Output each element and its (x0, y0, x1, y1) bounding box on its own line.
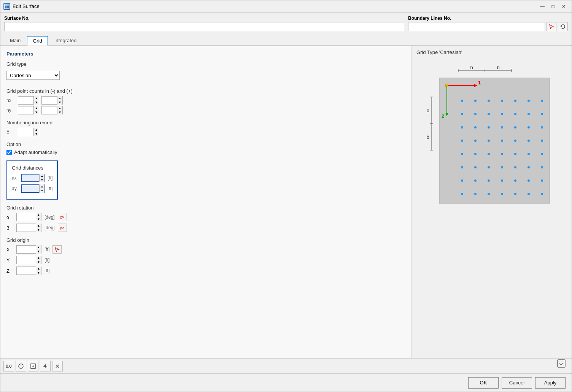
z-spinbox: 10.00 ▲ ▼ (16, 267, 41, 275)
y-input[interactable]: 0.00 (17, 256, 36, 264)
nx-minus-input[interactable]: 0 (18, 97, 33, 104)
svg-point-70 (501, 179, 503, 182)
svg-rect-0 (5, 4, 9, 9)
ny-plus-input[interactable]: 15 (42, 106, 57, 114)
surface-no-group: Surface No. 4 (4, 16, 404, 31)
ny-plus-up[interactable]: ▲ (57, 106, 62, 110)
svg-point-48 (488, 140, 490, 142)
z-input[interactable]: 10.00 (17, 267, 36, 275)
app-icon (3, 3, 10, 10)
nx-plus-up[interactable]: ▲ (57, 96, 62, 100)
nx-minus-down[interactable]: ▼ (33, 100, 39, 105)
status-button-3[interactable] (28, 361, 38, 371)
beta-unit: [deg] (44, 225, 55, 230)
status-button-2[interactable] (16, 361, 26, 371)
ax-up[interactable]: ▲ (39, 174, 44, 178)
boundary-reset-button[interactable] (558, 22, 568, 31)
svg-point-32 (461, 113, 463, 115)
x-input[interactable]: 0.00 (17, 246, 36, 253)
cancel-button[interactable]: Cancel (502, 377, 532, 389)
window-title: Edit Surface (13, 3, 537, 9)
svg-point-57 (514, 153, 516, 155)
x-down[interactable]: ▼ (36, 249, 41, 254)
ny-minus-down[interactable]: ▼ (33, 110, 39, 114)
svg-point-38 (541, 113, 543, 115)
ny-minus-up[interactable]: ▲ (33, 106, 39, 110)
boundary-label: Boundary Lines No. (408, 16, 568, 21)
svg-point-43 (514, 126, 516, 129)
title-bar: Edit Surface — □ ✕ (0, 0, 572, 13)
alpha-up[interactable]: ▲ (36, 213, 41, 217)
ax-row: ax 1.00 ▲ ▼ [ft] (12, 174, 52, 182)
grid-distances-title: Grid distances (12, 165, 52, 171)
svg-point-67 (461, 179, 463, 182)
minimize-button[interactable]: — (537, 2, 547, 11)
svg-point-76 (488, 193, 490, 195)
beta-up[interactable]: ▲ (36, 224, 41, 228)
nx-minus-up[interactable]: ▲ (33, 96, 39, 100)
z-row: Z 10.00 ▲ ▼ [ft] (6, 267, 83, 275)
x-up[interactable]: ▲ (36, 245, 41, 249)
restore-button[interactable]: □ (548, 2, 558, 11)
alpha-label: α (6, 214, 13, 220)
rotation-section: Grid rotation α 0.00 ▲ ▼ [deg] (6, 205, 83, 232)
tab-grid[interactable]: Grid (27, 36, 48, 46)
y-down[interactable]: ▼ (36, 260, 41, 264)
ny-plus-down[interactable]: ▼ (57, 110, 62, 114)
delta-up[interactable]: ▲ (33, 128, 39, 132)
surface-no-input[interactable]: 4 (4, 22, 404, 31)
status-button-4[interactable] (40, 361, 51, 371)
right-panel: Grid Type 'Cartesian' b b (412, 46, 572, 358)
y-up[interactable]: ▲ (36, 256, 41, 260)
ax-down[interactable]: ▼ (39, 178, 44, 182)
svg-point-36 (514, 113, 516, 115)
alpha-spinbox: 0.00 ▲ ▼ (16, 213, 41, 221)
boundary-input[interactable]: 5,18,19,4 (408, 22, 545, 31)
ax-input[interactable]: 1.00 (22, 175, 39, 181)
nx-plus-down[interactable]: ▼ (57, 100, 62, 105)
status-button-5[interactable] (52, 361, 63, 371)
beta-input[interactable]: 90.00 (17, 224, 36, 232)
nx-row: nx 0 ▲ ▼ 15 ▲ ▼ (6, 96, 405, 105)
boundary-pick-button[interactable] (547, 22, 556, 31)
ny-minus-input[interactable]: 0 (18, 106, 33, 114)
ay-input[interactable]: 1.00 (22, 185, 39, 192)
svg-point-26 (474, 100, 477, 102)
apply-button[interactable]: Apply (535, 377, 566, 389)
status-bar: 0.0 (0, 358, 572, 373)
svg-point-53 (461, 153, 463, 155)
ay-down[interactable]: ▼ (39, 189, 44, 193)
svg-point-50 (514, 140, 516, 142)
z-up[interactable]: ▲ (36, 267, 41, 271)
alpha-x-button[interactable]: x✕ (58, 213, 67, 221)
numbering-label: Numbering increment (6, 120, 405, 125)
svg-point-55 (488, 153, 490, 155)
svg-point-75 (474, 193, 477, 195)
delta-down[interactable]: ▼ (33, 132, 39, 136)
alpha-down[interactable]: ▼ (36, 217, 41, 221)
beta-label: β (6, 225, 13, 231)
svg-text:b: b (426, 134, 429, 140)
svg-point-59 (541, 153, 543, 155)
diagram-container: b b b b (416, 59, 567, 227)
adapt-auto-checkbox[interactable] (6, 150, 12, 155)
alpha-input[interactable]: 0.00 (17, 213, 36, 221)
ok-button[interactable]: OK (468, 377, 499, 389)
svg-point-52 (541, 140, 543, 142)
x-spinbox: 0.00 ▲ ▼ (16, 245, 41, 254)
top-fields: Surface No. 4 Boundary Lines No. 5,18,19… (0, 13, 572, 34)
nx-label: nx (6, 98, 16, 103)
delta-input[interactable]: 0 (18, 128, 33, 136)
ay-up[interactable]: ▲ (39, 184, 44, 189)
tab-main[interactable]: Main (4, 36, 26, 45)
close-button[interactable]: ✕ (559, 2, 569, 11)
tab-integrated[interactable]: Integrated (49, 36, 83, 45)
svg-point-78 (514, 193, 516, 195)
beta-down[interactable]: ▼ (36, 228, 41, 232)
beta-y-button[interactable]: y✕ (58, 224, 67, 232)
nx-plus-input[interactable]: 15 (42, 97, 57, 104)
status-value-display[interactable]: 0.0 (3, 361, 14, 371)
origin-pick-button[interactable] (52, 245, 62, 254)
z-down[interactable]: ▼ (36, 271, 41, 275)
grid-type-select[interactable]: Cartesian Polar (6, 71, 60, 80)
